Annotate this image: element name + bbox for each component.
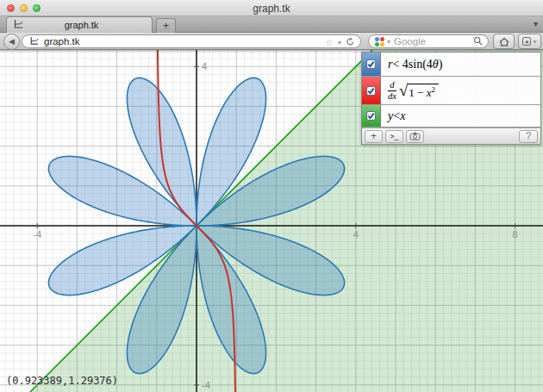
url-bar[interactable]: ☆ ▾ [22, 34, 361, 48]
color-swatch-red[interactable] [362, 77, 381, 104]
bookmarks-icon: ★ [522, 37, 531, 46]
navigation-toolbar: ◀ ☆ ▾ ▾ [0, 33, 543, 50]
graphtk-favicon-icon [29, 34, 39, 49]
tab-graphtk[interactable]: graph.tk [6, 16, 153, 33]
new-tab-button[interactable]: + [156, 18, 176, 33]
bookmarks-button[interactable]: ★ ▾ [518, 34, 541, 49]
camera-icon [409, 132, 421, 140]
svg-text:4: 4 [202, 61, 207, 72]
list-all-tabs-icon[interactable]: ▾ [534, 19, 538, 28]
tab-bar: graph.tk + ▾ [0, 16, 543, 33]
visibility-checkbox[interactable] [366, 86, 376, 96]
browser-window: graph.tk graph.tk + ▾ ◀ ☆ ▾ [0, 0, 543, 392]
equation-row-rose[interactable]: r < 4sin(4θ) [362, 53, 540, 77]
google-logo-icon[interactable] [375, 37, 384, 47]
radical-sign: √ [399, 83, 408, 97]
svg-text:-4: -4 [33, 229, 41, 240]
url-dropdown-icon[interactable]: ▾ [338, 39, 341, 47]
title-bar: graph.tk [0, 0, 543, 16]
svg-text:-4: -4 [202, 380, 210, 390]
cursor-coordinates-readout: (0.923389,1.29376) [6, 375, 118, 387]
equation-panel: r < 4sin(4θ) ddx √ 1 − x2 y < x + [361, 52, 541, 145]
equation-row-halfplane[interactable]: y < x [362, 105, 540, 128]
console-button[interactable]: >_ [385, 130, 403, 143]
panel-toolbar: + >_ ? [362, 128, 540, 144]
reload-icon[interactable] [346, 34, 355, 50]
add-equation-button[interactable]: + [365, 130, 383, 143]
color-swatch-blue[interactable] [362, 53, 381, 76]
visibility-checkbox[interactable] [366, 111, 376, 121]
d-dx-fraction: ddx [388, 80, 396, 100]
back-button[interactable]: ◀ [3, 34, 20, 50]
home-icon [498, 36, 510, 47]
search-input[interactable] [394, 36, 463, 47]
window-title: graph.tk [0, 3, 543, 15]
search-engine-dropdown-icon[interactable]: ▾ [387, 38, 390, 46]
help-button[interactable]: ? [519, 130, 538, 143]
bookmarks-dropdown-icon: ▾ [533, 38, 536, 46]
search-bar[interactable]: ▾ [368, 34, 489, 48]
tab-label: graph.tk [23, 20, 152, 30]
radicand: 1 − x2 [408, 84, 439, 100]
equation-text-halfplane[interactable]: y < x [381, 105, 540, 127]
url-input[interactable] [44, 36, 259, 47]
home-button[interactable] [493, 34, 515, 49]
magnifier-icon[interactable] [473, 34, 483, 49]
check-icon [367, 112, 375, 120]
check-icon [367, 60, 375, 68]
screenshot-button[interactable] [406, 130, 424, 143]
graphtk-favicon-icon [13, 17, 23, 33]
color-swatch-green[interactable] [362, 105, 381, 127]
svg-text:4: 4 [353, 229, 359, 240]
check-icon [367, 87, 375, 95]
equation-row-derivative[interactable]: ddx √ 1 − x2 [362, 77, 540, 105]
bookmark-star-icon[interactable]: ☆ [325, 37, 334, 48]
svg-text:8: 8 [513, 229, 518, 240]
equation-text-rose[interactable]: r < 4sin(4θ) [381, 53, 540, 76]
equation-text-derivative[interactable]: ddx √ 1 − x2 [381, 77, 540, 104]
visibility-checkbox[interactable] [366, 59, 376, 69]
